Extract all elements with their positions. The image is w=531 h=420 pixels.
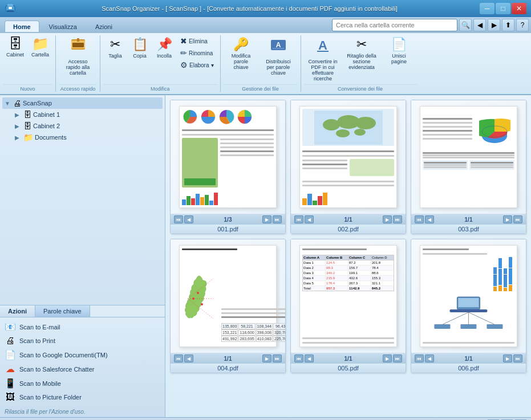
last-page-btn-006[interactable]: ⏭ <box>513 354 522 362</box>
page-indicator-005: 1/1 <box>344 356 352 362</box>
prev-page-btn-006[interactable]: ◀ <box>425 354 434 362</box>
rinomina-icon: ✏ <box>180 48 187 58</box>
thumb-nav-006: ⏮ ◀ 1/1 ▶ ⏭ <box>411 353 526 364</box>
thumb-nav-003: ⏮ ◀ 1/1 ▶ ⏭ <box>411 214 526 225</box>
next-page-btn-004[interactable]: ▶ <box>262 354 271 362</box>
action-scan-print[interactable]: 🖨 Scan to Print <box>0 334 165 348</box>
salesforce-icon: ☁ <box>5 364 16 374</box>
copia-button[interactable]: 📋 Copia <box>128 35 151 60</box>
svg-rect-31 <box>459 298 479 307</box>
tree-item-cabinet2[interactable]: ▶ 🗄 Cabinet 2 <box>13 120 163 132</box>
documents-icon: 📁 <box>23 133 33 142</box>
tree-item-documents[interactable]: ▶ 📁 Documents <box>13 132 163 143</box>
first-page-btn-006[interactable]: ⏮ <box>415 354 424 362</box>
svg-line-33 <box>443 312 469 324</box>
nav-up-button[interactable]: ⬆ <box>502 19 514 31</box>
doc-card-005[interactable]: ScanSnap Column A Column B Column C Colu… <box>290 239 406 373</box>
tab-visualizza[interactable]: Visualizza <box>40 21 86 32</box>
doc-card-003[interactable]: ScanSnap <box>411 100 526 234</box>
tree-item-scansnap[interactable]: ▼ 🖨 ScanSnap <box>2 97 163 109</box>
action-scan-picture[interactable]: 🖼 Scan to Picture Folder <box>0 390 165 404</box>
next-page-btn-003[interactable]: ▶ <box>503 215 512 223</box>
first-page-btn-002[interactable]: ⏮ <box>294 215 303 223</box>
search-input[interactable] <box>332 19 457 31</box>
modifica-parole-button[interactable]: 🔑 Modifica parole chiave <box>224 35 258 72</box>
title-bar: ScanSnap Organizer - [ ScanSnap ] - [Con… <box>0 0 531 17</box>
search-button[interactable]: 🔍 <box>459 19 472 31</box>
tree-label-scansnap: ScanSnap <box>23 100 52 107</box>
ribbon-group-modifica: ✂ Taglia 📋 Copia 📌 Incolla ✖ Elimina ✏ R… <box>104 35 220 92</box>
nav-forward-button[interactable]: ▶ <box>488 19 500 31</box>
last-page-btn-002[interactable]: ⏭ <box>393 215 402 223</box>
svg-rect-38 <box>487 324 503 329</box>
google-icon: 📄 <box>5 349 16 360</box>
maximize-button[interactable]: □ <box>496 3 510 14</box>
first-page-btn-001[interactable]: ⏮ <box>174 215 183 223</box>
elimina-button[interactable]: ✖ Elimina <box>177 35 216 47</box>
content-area[interactable]: ScanSnap <box>165 95 531 417</box>
next-page-btn-002[interactable]: ▶ <box>383 215 392 223</box>
doc-card-004[interactable]: ScanSnap <box>170 239 286 373</box>
last-page-btn-004[interactable]: ⏭ <box>273 354 282 362</box>
drop-hint: Rilascia il file per l'Azione d'uso. <box>0 406 165 417</box>
distribuisci-parole-button[interactable]: A Distribuisci per parole chiave <box>260 35 297 78</box>
nav-back-button[interactable]: ◀ <box>473 19 486 31</box>
rinomina-button[interactable]: ✏ Rinomina <box>177 47 216 59</box>
last-page-btn-001[interactable]: ⏭ <box>273 215 282 223</box>
elabora-button[interactable]: ⚙ Elabora ▾ <box>177 59 216 71</box>
minimize-button[interactable]: ─ <box>480 3 494 14</box>
doc-card-006[interactable]: ScanSnap <box>411 239 526 373</box>
next-page-btn-006[interactable]: ▶ <box>503 354 512 362</box>
prev-page-btn-004[interactable]: ◀ <box>184 354 193 362</box>
prev-page-btn-001[interactable]: ◀ <box>184 215 193 223</box>
ribbon-group-nuovo-label: Nuovo <box>3 84 52 92</box>
thumb-preview-006: ScanSnap <box>411 239 526 353</box>
unisci-button[interactable]: 📄 Unisci pagine <box>382 35 416 66</box>
next-page-btn-005[interactable]: ▶ <box>383 354 392 362</box>
elimina-icon: ✖ <box>180 36 187 46</box>
tab-home[interactable]: Home <box>5 21 39 32</box>
svg-rect-1 <box>7 4 13 6</box>
last-page-btn-003[interactable]: ⏭ <box>513 215 522 223</box>
ribbon-group-conversione-label: Conversione dei file <box>305 84 416 92</box>
tree-item-cabinet1[interactable]: ▶ 🗄 Cabinet 1 <box>13 109 163 120</box>
close-button[interactable]: ✕ <box>512 3 526 14</box>
action-scan-email[interactable]: 📧 Scan to E-mail <box>0 320 165 334</box>
tree-children: ▶ 🗄 Cabinet 1 ▶ 🗄 Cabinet 2 ▶ 📁 Document… <box>2 109 163 143</box>
svg-point-18 <box>355 117 376 129</box>
help-button[interactable]: ? <box>516 19 529 31</box>
ribbon-group-accesso: Accesso rapido alla cartella Accesso rap… <box>59 35 100 92</box>
action-scan-google[interactable]: 📄 Scan to Google Documenti(TM) <box>0 348 165 362</box>
tab-azioni[interactable]: Azioni <box>87 21 121 32</box>
first-page-btn-003[interactable]: ⏮ <box>415 215 424 223</box>
doc-card-002[interactable]: ScanSnap <box>290 100 406 234</box>
cartella-button[interactable]: 📁 Cartella <box>29 35 52 59</box>
prev-page-btn-003[interactable]: ◀ <box>425 215 434 223</box>
filename-002: 002.pdf <box>291 225 406 234</box>
first-page-btn-004[interactable]: ⏮ <box>174 354 183 362</box>
action-scan-salesforce[interactable]: ☁ Scan to Salesforce Chatter <box>0 362 165 376</box>
ribbon-group-nuovo: 🗄 Cabinet 📁 Cartella Nuovo <box>3 35 56 92</box>
cabinet-button[interactable]: 🗄 Cabinet <box>3 35 27 59</box>
action-scan-mobile[interactable]: 📱 Scan to Mobile <box>0 376 165 390</box>
ritaglio-button[interactable]: ✂ Ritaglio della sezione evidenziata <box>343 35 380 72</box>
next-page-btn-001[interactable]: ▶ <box>262 215 271 223</box>
window-controls: ─ □ ✕ <box>480 3 526 14</box>
convertire-pdf-button[interactable]: A Convertire in PDF in cui effettuare ri… <box>305 35 342 83</box>
last-page-btn-005[interactable]: ⏭ <box>393 354 402 362</box>
scansnap-icon: 🖨 <box>13 99 21 108</box>
tab-parole-chiave[interactable]: Parole chiave <box>35 305 90 317</box>
incolla-button[interactable]: 📌 Incolla <box>153 35 176 60</box>
accesso-rapido-button[interactable]: Accesso rapido alla cartella <box>59 35 96 78</box>
first-page-btn-005[interactable]: ⏮ <box>294 354 303 362</box>
cabinet-icon: 🗄 <box>9 37 22 51</box>
prev-page-btn-005[interactable]: ◀ <box>305 354 314 362</box>
email-icon: 📧 <box>5 321 16 332</box>
app-icon <box>5 3 16 14</box>
tab-azioni[interactable]: Azioni <box>0 305 35 317</box>
prev-page-btn-002[interactable]: ◀ <box>305 215 314 223</box>
taglia-button[interactable]: ✂ Taglia <box>104 35 127 60</box>
thumb-preview-002: ScanSnap <box>291 100 406 214</box>
doc-card-001[interactable]: ScanSnap <box>170 100 286 234</box>
actions-panel: Azioni Parole chiave 📧 Scan to E-mail 🖨 … <box>0 305 165 417</box>
